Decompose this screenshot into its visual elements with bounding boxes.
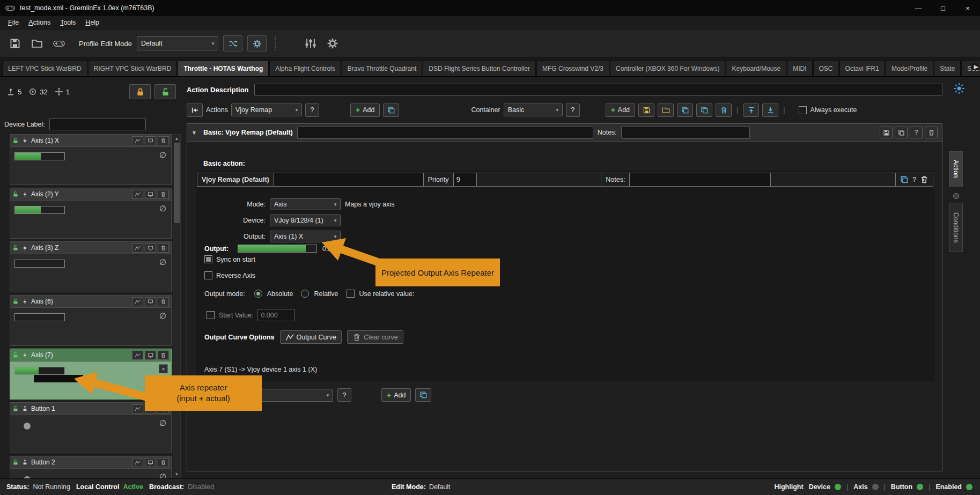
action-selector[interactable]: Vjoy Remap ▾	[231, 104, 302, 116]
curve-button[interactable]	[132, 297, 143, 306]
move-up-button[interactable]	[743, 104, 759, 117]
tab-right-vpc-stick-warbrd[interactable]: RIGHT VPC Stick WarBRD	[88, 61, 178, 76]
absolute-radio[interactable]	[254, 290, 262, 298]
save-button[interactable]	[880, 127, 893, 138]
tab-state[interactable]: State	[934, 61, 961, 76]
device-list-scrollbar[interactable]: ▲ ▼	[173, 134, 181, 479]
device-item-axis-1-x[interactable]: Axis (1) X∅	[10, 134, 172, 185]
curve-button[interactable]	[132, 243, 143, 253]
menu-help[interactable]: Help	[80, 17, 104, 28]
trash-icon[interactable]	[920, 175, 929, 184]
save-profile-button[interactable]	[6, 35, 24, 52]
monitor-button[interactable]	[145, 190, 156, 199]
container-notes-input[interactable]	[621, 127, 750, 139]
curve-button[interactable]	[132, 404, 143, 413]
tab-left-vpc-stick-warbrd[interactable]: LEFT VPC Stick WarBRD	[2, 61, 87, 76]
scroll-up-icon[interactable]: ▲	[173, 135, 180, 142]
monitor-button[interactable]	[145, 351, 156, 360]
close-button[interactable]: ×	[955, 0, 980, 16]
tab-scroll-right-icon[interactable]: ▶	[971, 63, 978, 70]
move-down-button[interactable]	[762, 104, 778, 117]
add-container-button[interactable]: +Add	[606, 104, 635, 117]
delete-container-button[interactable]	[716, 104, 732, 117]
delete-button[interactable]	[158, 190, 169, 199]
output-curve-button[interactable]: Output Curve	[280, 330, 342, 344]
save-container-button[interactable]	[638, 104, 654, 117]
tab-dsd-flight-series-button-controller[interactable]: DSD Flight Series Button Controller	[423, 61, 536, 76]
tab-osc[interactable]: OSC	[813, 61, 839, 76]
device-item-axis-2-y[interactable]: Axis (2) Y∅	[10, 188, 172, 239]
tab-bravo-throttle-quadrant[interactable]: Bravo Throttle Quadrant	[342, 61, 423, 76]
device-label-input[interactable]	[49, 118, 146, 130]
monitor-button[interactable]	[145, 136, 156, 145]
delete-button[interactable]	[925, 127, 938, 138]
unlock-button[interactable]	[154, 84, 176, 99]
tab-keyboard-mouse[interactable]: Keyboard/Mouse	[726, 61, 786, 76]
tab-octavi-ifr1[interactable]: Octavi IFR1	[839, 61, 885, 76]
device-panel-button[interactable]	[302, 35, 319, 52]
delete-button[interactable]	[158, 243, 169, 253]
device-item-button-2[interactable]: Button 2∅	[10, 456, 172, 479]
mode-select[interactable]: Axis ▾	[270, 198, 341, 210]
options-button[interactable]	[324, 35, 341, 52]
lock-button[interactable]	[129, 84, 151, 99]
widget-notes-input[interactable]	[630, 173, 770, 186]
paste-action-button[interactable]	[383, 104, 399, 117]
collapse-all-button[interactable]	[187, 104, 203, 117]
curve-button[interactable]	[132, 351, 143, 360]
monitor-button[interactable]	[145, 297, 156, 306]
tab-midi[interactable]: MIDI	[787, 61, 812, 76]
curve-button[interactable]	[132, 136, 143, 145]
clear-curve-button[interactable]: Clear curve	[347, 330, 403, 344]
collapse-container-button[interactable]: ▼	[191, 130, 199, 136]
relative-radio[interactable]	[301, 290, 309, 298]
monitor-button[interactable]	[145, 458, 156, 467]
action-title-input[interactable]	[274, 173, 423, 186]
device-info-button[interactable]	[50, 35, 68, 52]
open-profile-button[interactable]	[28, 35, 46, 52]
start-value-input[interactable]	[257, 309, 295, 321]
minimize-button[interactable]: —	[906, 0, 931, 16]
container-description-input[interactable]	[297, 127, 593, 139]
paste-container-button[interactable]	[696, 104, 712, 117]
tab-action[interactable]: Action	[949, 151, 963, 187]
scroll-down-icon[interactable]: ▼	[173, 471, 180, 478]
scrollbar-thumb[interactable]	[174, 143, 180, 223]
action-description-input[interactable]	[254, 84, 942, 96]
menu-tools[interactable]: Tools	[55, 17, 80, 28]
priority-input[interactable]	[454, 173, 476, 186]
maximize-button[interactable]: □	[931, 0, 955, 16]
clear-input-button[interactable]: ×	[159, 364, 168, 373]
action-help-button[interactable]: ?	[305, 104, 319, 117]
delete-button[interactable]	[158, 297, 169, 306]
menu-actions[interactable]: Actions	[24, 17, 55, 28]
start-value-checkbox[interactable]	[207, 311, 215, 319]
bottom-help-button[interactable]: ?	[337, 388, 351, 402]
bottom-paste-button[interactable]	[415, 388, 431, 402]
always-execute-checkbox[interactable]	[799, 106, 807, 114]
copy-button[interactable]	[895, 127, 908, 138]
menu-file[interactable]: File	[3, 17, 24, 28]
vjoy-device-select[interactable]: VJoy 8/128/4 (1) ▾	[270, 215, 341, 226]
output-axis-select[interactable]: Axis (1) X ▾	[270, 231, 341, 242]
curve-button[interactable]	[132, 458, 143, 467]
profile-mode-select[interactable]: Default ▾	[137, 36, 218, 50]
add-action-button[interactable]: +Add	[350, 104, 380, 117]
widget-help-button[interactable]: ?	[912, 176, 916, 183]
sync-on-start-checkbox[interactable]	[204, 255, 212, 263]
delete-button[interactable]	[158, 351, 169, 360]
monitor-button[interactable]	[145, 243, 156, 253]
mode-switch-button[interactable]	[223, 35, 242, 51]
copy-container-button[interactable]	[677, 104, 693, 117]
container-selector[interactable]: Basic ▾	[504, 104, 563, 116]
tab-throttle-hotas-warthog[interactable]: Throttle - HOTAS Warthog	[178, 61, 269, 76]
delete-button[interactable]	[158, 136, 169, 145]
device-item-axis-6[interactable]: Axis (6)∅	[10, 295, 172, 346]
delete-button[interactable]	[158, 458, 169, 467]
tab-mfg-crosswind-v2-3[interactable]: MFG Crosswind V2/3	[536, 61, 609, 76]
tab-controller-xbox-360-for-windows[interactable]: Controller (XBOX 360 For Windows)	[610, 61, 725, 76]
reverse-axis-checkbox[interactable]	[204, 271, 212, 279]
device-item-axis-3-z[interactable]: Axis (3) Z∅	[10, 241, 172, 292]
highlight-toggle-button[interactable]	[953, 83, 965, 97]
tab-alpha-flight-controls[interactable]: Alpha Flight Controls	[269, 61, 341, 76]
